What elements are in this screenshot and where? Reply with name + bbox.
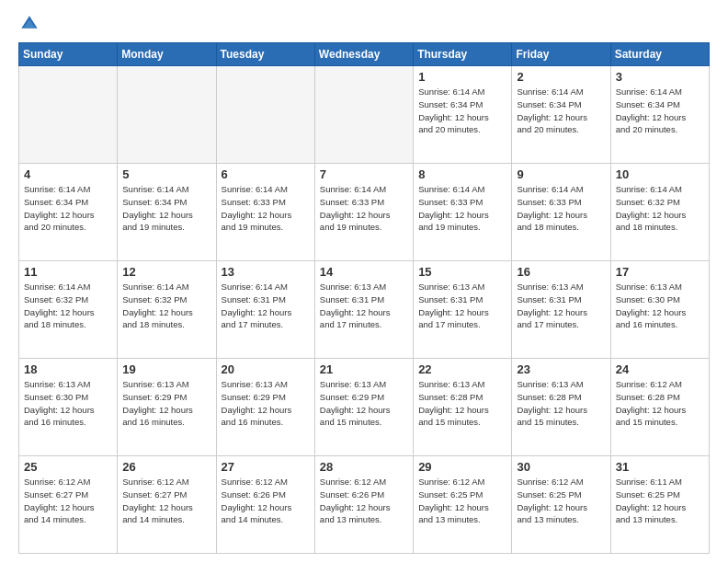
day-info: Sunrise: 6:14 AM Sunset: 6:32 PM Dayligh… <box>616 183 704 234</box>
day-info: Sunrise: 6:13 AM Sunset: 6:29 PM Dayligh… <box>122 378 210 429</box>
day-info: Sunrise: 6:14 AM Sunset: 6:33 PM Dayligh… <box>320 183 408 234</box>
day-number: 7 <box>320 167 408 181</box>
calendar-cell: 19Sunrise: 6:13 AM Sunset: 6:29 PM Dayli… <box>118 359 216 456</box>
day-info: Sunrise: 6:14 AM Sunset: 6:34 PM Dayligh… <box>418 86 506 136</box>
header <box>18 15 710 33</box>
calendar-cell: 24Sunrise: 6:12 AM Sunset: 6:28 PM Dayli… <box>610 359 709 456</box>
day-info: Sunrise: 6:14 AM Sunset: 6:33 PM Dayligh… <box>418 183 506 234</box>
day-info: Sunrise: 6:13 AM Sunset: 6:28 PM Dayligh… <box>517 378 605 429</box>
day-header-monday: Monday <box>118 43 216 66</box>
calendar-cell: 29Sunrise: 6:12 AM Sunset: 6:25 PM Dayli… <box>414 456 512 554</box>
day-number: 2 <box>517 70 605 84</box>
day-number: 15 <box>418 265 506 279</box>
calendar-cell: 26Sunrise: 6:12 AM Sunset: 6:27 PM Dayli… <box>118 456 216 554</box>
day-info: Sunrise: 6:12 AM Sunset: 6:25 PM Dayligh… <box>418 476 506 526</box>
calendar-cell: 13Sunrise: 6:14 AM Sunset: 6:31 PM Dayli… <box>216 261 314 359</box>
calendar-cell: 18Sunrise: 6:13 AM Sunset: 6:30 PM Dayli… <box>19 359 118 456</box>
calendar-cell: 8Sunrise: 6:14 AM Sunset: 6:33 PM Daylig… <box>414 164 512 261</box>
calendar-cell: 25Sunrise: 6:12 AM Sunset: 6:27 PM Dayli… <box>19 456 118 554</box>
day-number: 31 <box>616 460 704 474</box>
calendar-cell: 27Sunrise: 6:12 AM Sunset: 6:26 PM Dayli… <box>216 456 314 554</box>
calendar-cell: 28Sunrise: 6:12 AM Sunset: 6:26 PM Dayli… <box>314 456 413 554</box>
day-header-wednesday: Wednesday <box>314 43 413 66</box>
day-number: 25 <box>24 460 112 474</box>
day-info: Sunrise: 6:12 AM Sunset: 6:26 PM Dayligh… <box>222 476 310 526</box>
day-number: 19 <box>122 362 210 376</box>
day-info: Sunrise: 6:14 AM Sunset: 6:31 PM Dayligh… <box>222 281 310 331</box>
week-row-3: 18Sunrise: 6:13 AM Sunset: 6:30 PM Dayli… <box>19 359 710 456</box>
day-header-thursday: Thursday <box>414 43 512 66</box>
day-number: 23 <box>517 362 605 376</box>
day-number: 11 <box>24 265 112 279</box>
day-number: 8 <box>418 167 506 181</box>
day-number: 29 <box>418 460 506 474</box>
day-info: Sunrise: 6:12 AM Sunset: 6:28 PM Dayligh… <box>616 378 704 429</box>
day-header-sunday: Sunday <box>19 43 118 66</box>
calendar-cell: 12Sunrise: 6:14 AM Sunset: 6:32 PM Dayli… <box>118 261 216 359</box>
day-header-tuesday: Tuesday <box>216 43 314 66</box>
week-row-2: 11Sunrise: 6:14 AM Sunset: 6:32 PM Dayli… <box>19 261 710 359</box>
calendar-cell: 1Sunrise: 6:14 AM Sunset: 6:34 PM Daylig… <box>414 66 512 164</box>
day-header-saturday: Saturday <box>610 43 709 66</box>
day-number: 17 <box>616 265 704 279</box>
week-row-1: 4Sunrise: 6:14 AM Sunset: 6:34 PM Daylig… <box>19 164 710 261</box>
day-number: 16 <box>517 265 605 279</box>
calendar-cell: 31Sunrise: 6:11 AM Sunset: 6:25 PM Dayli… <box>610 456 709 554</box>
day-number: 6 <box>222 167 310 181</box>
day-number: 12 <box>122 265 210 279</box>
calendar-cell: 3Sunrise: 6:14 AM Sunset: 6:34 PM Daylig… <box>610 66 709 164</box>
day-info: Sunrise: 6:14 AM Sunset: 6:32 PM Dayligh… <box>24 281 112 331</box>
calendar-cell: 15Sunrise: 6:13 AM Sunset: 6:31 PM Dayli… <box>414 261 512 359</box>
logo <box>18 15 39 33</box>
day-info: Sunrise: 6:12 AM Sunset: 6:25 PM Dayligh… <box>517 476 605 526</box>
week-row-4: 25Sunrise: 6:12 AM Sunset: 6:27 PM Dayli… <box>19 456 710 554</box>
calendar-cell <box>216 66 314 164</box>
day-number: 5 <box>122 167 210 181</box>
day-number: 30 <box>517 460 605 474</box>
day-info: Sunrise: 6:13 AM Sunset: 6:31 PM Dayligh… <box>517 281 605 331</box>
day-number: 22 <box>418 362 506 376</box>
calendar-cell: 11Sunrise: 6:14 AM Sunset: 6:32 PM Dayli… <box>19 261 118 359</box>
calendar-cell <box>19 66 118 164</box>
calendar-cell: 23Sunrise: 6:13 AM Sunset: 6:28 PM Dayli… <box>512 359 610 456</box>
day-info: Sunrise: 6:13 AM Sunset: 6:29 PM Dayligh… <box>222 378 310 429</box>
day-number: 1 <box>418 70 506 84</box>
day-number: 13 <box>222 265 310 279</box>
calendar-cell: 9Sunrise: 6:14 AM Sunset: 6:33 PM Daylig… <box>512 164 610 261</box>
day-info: Sunrise: 6:14 AM Sunset: 6:32 PM Dayligh… <box>122 281 210 331</box>
day-info: Sunrise: 6:12 AM Sunset: 6:26 PM Dayligh… <box>320 476 408 526</box>
day-info: Sunrise: 6:13 AM Sunset: 6:31 PM Dayligh… <box>320 281 408 331</box>
day-info: Sunrise: 6:14 AM Sunset: 6:34 PM Dayligh… <box>24 183 112 234</box>
calendar-cell: 14Sunrise: 6:13 AM Sunset: 6:31 PM Dayli… <box>314 261 413 359</box>
day-info: Sunrise: 6:13 AM Sunset: 6:29 PM Dayligh… <box>320 378 408 429</box>
calendar-cell: 30Sunrise: 6:12 AM Sunset: 6:25 PM Dayli… <box>512 456 610 554</box>
calendar-cell: 20Sunrise: 6:13 AM Sunset: 6:29 PM Dayli… <box>216 359 314 456</box>
calendar-cell: 2Sunrise: 6:14 AM Sunset: 6:34 PM Daylig… <box>512 66 610 164</box>
day-number: 26 <box>122 460 210 474</box>
day-info: Sunrise: 6:13 AM Sunset: 6:28 PM Dayligh… <box>418 378 506 429</box>
calendar-cell: 10Sunrise: 6:14 AM Sunset: 6:32 PM Dayli… <box>610 164 709 261</box>
day-number: 4 <box>24 167 112 181</box>
calendar-cell: 5Sunrise: 6:14 AM Sunset: 6:34 PM Daylig… <box>118 164 216 261</box>
day-info: Sunrise: 6:13 AM Sunset: 6:30 PM Dayligh… <box>616 281 704 331</box>
day-number: 27 <box>222 460 310 474</box>
calendar-cell: 21Sunrise: 6:13 AM Sunset: 6:29 PM Dayli… <box>314 359 413 456</box>
day-info: Sunrise: 6:11 AM Sunset: 6:25 PM Dayligh… <box>616 476 704 526</box>
logo-icon <box>20 15 39 33</box>
calendar-cell: 4Sunrise: 6:14 AM Sunset: 6:34 PM Daylig… <box>19 164 118 261</box>
calendar-table: SundayMondayTuesdayWednesdayThursdayFrid… <box>18 42 710 554</box>
day-number: 18 <box>24 362 112 376</box>
day-number: 20 <box>222 362 310 376</box>
calendar-cell: 22Sunrise: 6:13 AM Sunset: 6:28 PM Dayli… <box>414 359 512 456</box>
day-info: Sunrise: 6:13 AM Sunset: 6:30 PM Dayligh… <box>24 378 112 429</box>
page: SundayMondayTuesdayWednesdayThursdayFrid… <box>0 0 728 563</box>
day-number: 10 <box>616 167 704 181</box>
day-number: 9 <box>517 167 605 181</box>
week-row-0: 1Sunrise: 6:14 AM Sunset: 6:34 PM Daylig… <box>19 66 710 164</box>
day-info: Sunrise: 6:14 AM Sunset: 6:33 PM Dayligh… <box>222 183 310 234</box>
day-info: Sunrise: 6:13 AM Sunset: 6:31 PM Dayligh… <box>418 281 506 331</box>
day-number: 14 <box>320 265 408 279</box>
day-number: 3 <box>616 70 704 84</box>
calendar-cell: 17Sunrise: 6:13 AM Sunset: 6:30 PM Dayli… <box>610 261 709 359</box>
calendar-cell: 6Sunrise: 6:14 AM Sunset: 6:33 PM Daylig… <box>216 164 314 261</box>
